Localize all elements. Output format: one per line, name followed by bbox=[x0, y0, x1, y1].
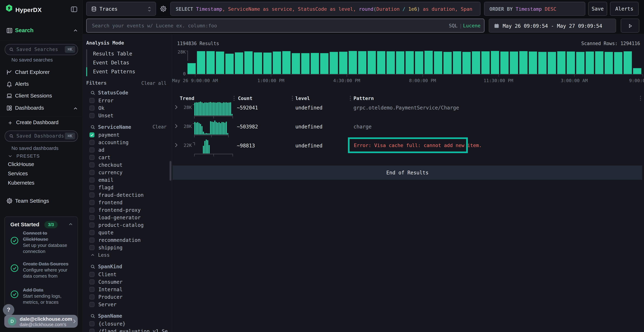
filter-option-row[interactable]: currency bbox=[90, 170, 166, 177]
pattern-cell[interactable]: grpc.oteldemo.PaymentService/Charge bbox=[354, 105, 459, 111]
run-query-button[interactable] bbox=[621, 18, 639, 32]
checkbox[interactable] bbox=[90, 192, 94, 198]
histogram-bar[interactable] bbox=[586, 52, 594, 74]
highlighted-pattern-cell[interactable]: Error: Visa cache full: cannot add new i… bbox=[348, 138, 468, 153]
table-row[interactable]: 22K~98813undefinedError: Visa cache full… bbox=[172, 138, 644, 157]
sidebar-item-chart-explorer[interactable]: Chart Explorer bbox=[15, 69, 50, 75]
filters-clear-all-link[interactable]: Clear all bbox=[141, 80, 166, 86]
filter-option-row[interactable]: fraud-detection bbox=[90, 192, 166, 200]
filter-option-row[interactable]: checkout bbox=[90, 162, 166, 170]
table-options-icon[interactable] bbox=[640, 96, 641, 101]
histogram-bar[interactable] bbox=[358, 51, 366, 74]
checkbox[interactable] bbox=[90, 155, 94, 160]
histogram-bars[interactable] bbox=[188, 51, 643, 74]
filter-option-row[interactable]: frontend bbox=[90, 200, 166, 207]
filter-option-row[interactable]: product-catalog bbox=[90, 222, 166, 230]
histogram-bar[interactable] bbox=[462, 52, 471, 74]
checkbox[interactable] bbox=[90, 113, 94, 118]
panel-scrollbar-thumb[interactable] bbox=[170, 161, 172, 181]
sidebar-preset-item[interactable]: Services bbox=[8, 171, 34, 176]
get-started-item[interactable]: Connect to ClickHouseSet up your databas… bbox=[10, 230, 73, 254]
histogram-bar[interactable] bbox=[244, 51, 252, 74]
row-expand-chevron-icon[interactable] bbox=[174, 104, 178, 110]
checkbox[interactable] bbox=[90, 302, 94, 307]
histogram-bar[interactable] bbox=[330, 52, 338, 74]
date-range-picker[interactable]: May 26 09:09:54 - May 27 09:09:54 bbox=[489, 18, 616, 32]
histogram-bar[interactable] bbox=[491, 51, 499, 74]
histogram-bar[interactable] bbox=[292, 53, 300, 74]
checkbox[interactable] bbox=[90, 178, 94, 182]
histogram-bar[interactable] bbox=[538, 52, 546, 74]
filter-option-row[interactable]: flagd bbox=[90, 184, 166, 192]
table-row[interactable]: 28K~503982undefinedcharge bbox=[172, 119, 644, 138]
search-input[interactable] bbox=[86, 18, 484, 32]
histogram-bar[interactable] bbox=[472, 51, 480, 74]
filter-option-row[interactable]: Producer bbox=[90, 294, 166, 302]
column-resize-handle[interactable] bbox=[292, 96, 293, 101]
checkbox[interactable] bbox=[90, 148, 94, 152]
filter-option-row[interactable]: cart bbox=[90, 154, 166, 162]
filter-option-row[interactable]: Unset bbox=[90, 113, 166, 120]
histogram-bar[interactable] bbox=[301, 53, 310, 74]
checkbox[interactable] bbox=[90, 280, 94, 284]
filter-option-row[interactable]: load-generator bbox=[90, 215, 166, 222]
checkbox[interactable] bbox=[90, 132, 94, 138]
filter-option-row[interactable]: /flagd.evaluation.v1.Se… bbox=[90, 328, 166, 332]
histogram-bar[interactable] bbox=[206, 51, 215, 74]
checkbox[interactable] bbox=[90, 162, 94, 168]
checkbox[interactable] bbox=[90, 170, 94, 175]
histogram-bar[interactable] bbox=[605, 52, 613, 74]
filter-option-row[interactable]: {closure} bbox=[90, 321, 166, 328]
sidebar-item-client-sessions[interactable]: Client Sessions bbox=[15, 93, 52, 99]
filter-option-row[interactable]: Server bbox=[90, 302, 166, 309]
histogram-bar[interactable] bbox=[188, 63, 196, 74]
help-button[interactable]: ? bbox=[3, 304, 14, 316]
histogram-bar[interactable] bbox=[482, 51, 490, 74]
filter-option-row[interactable]: Error bbox=[90, 98, 166, 105]
user-menu[interactable]: D dale@clickhouse.com dale@clickhouse.co… bbox=[4, 315, 78, 328]
histogram-bar[interactable] bbox=[320, 53, 328, 74]
gear-icon[interactable] bbox=[160, 5, 167, 12]
filter-option-row[interactable]: Consumer bbox=[90, 279, 166, 286]
checkbox[interactable] bbox=[90, 245, 94, 250]
checkbox[interactable] bbox=[90, 208, 94, 212]
histogram-bar[interactable] bbox=[282, 51, 290, 74]
sidebar-item-team-settings[interactable]: Team Settings bbox=[15, 198, 49, 204]
histogram-bar[interactable] bbox=[567, 52, 575, 74]
histogram-bar[interactable] bbox=[377, 51, 385, 74]
row-expand-chevron-icon[interactable] bbox=[174, 124, 178, 129]
histogram-bar[interactable] bbox=[548, 52, 556, 74]
saved-dashboards-input[interactable]: Saved Dashboards ⌘K bbox=[5, 130, 78, 142]
histogram-bar[interactable] bbox=[510, 52, 518, 74]
checkbox[interactable] bbox=[90, 272, 94, 277]
checkbox[interactable] bbox=[90, 230, 94, 235]
save-button[interactable]: Save bbox=[588, 2, 607, 16]
histogram-bar[interactable] bbox=[614, 52, 622, 74]
histogram-bar[interactable] bbox=[226, 54, 234, 74]
filter-option-row[interactable]: ad bbox=[90, 147, 166, 154]
language-sql-toggle[interactable]: SQL bbox=[449, 23, 458, 28]
histogram-bar[interactable] bbox=[557, 51, 566, 74]
histogram-bar[interactable] bbox=[254, 52, 262, 74]
histogram-bar[interactable] bbox=[519, 51, 528, 74]
checkbox[interactable] bbox=[90, 140, 94, 145]
saved-searches-input[interactable]: Saved Searches ⌘K bbox=[5, 44, 78, 55]
histogram-bar[interactable] bbox=[273, 52, 281, 74]
filter-option-row[interactable]: recommendation bbox=[90, 237, 166, 245]
filter-option-row[interactable]: Client bbox=[90, 272, 166, 279]
order-by-editor[interactable]: ORDER BY Timestamp DESC bbox=[484, 2, 585, 16]
filter-option-row[interactable]: frontend-proxy bbox=[90, 207, 166, 215]
histogram-bar[interactable] bbox=[368, 51, 376, 74]
filter-group-clear-link[interactable]: Clear bbox=[152, 124, 166, 130]
histogram-bar[interactable] bbox=[386, 51, 395, 74]
histogram-bar[interactable] bbox=[415, 51, 423, 74]
column-resize-handle[interactable] bbox=[350, 96, 351, 101]
checkbox[interactable] bbox=[90, 321, 94, 326]
histogram-bar[interactable] bbox=[349, 51, 357, 74]
histogram-bar[interactable] bbox=[444, 52, 452, 74]
checkbox[interactable] bbox=[90, 238, 94, 242]
histogram-bar[interactable] bbox=[263, 52, 272, 74]
checkbox[interactable] bbox=[90, 106, 94, 110]
histogram-bar[interactable] bbox=[633, 68, 641, 74]
histogram-bar[interactable] bbox=[197, 51, 205, 74]
